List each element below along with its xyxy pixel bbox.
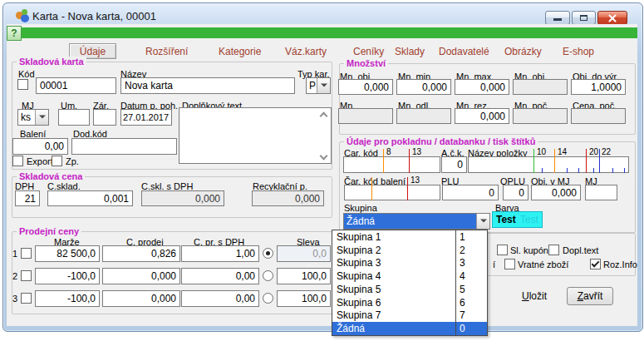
obj-do-vyr-field[interactable]: 1,0000 <box>571 79 626 95</box>
marze-field-3[interactable]: -100,0 <box>35 290 100 307</box>
mn-rez-field[interactable]: 0,000 <box>455 108 509 124</box>
skupina-combo[interactable]: Žádná <box>343 213 490 230</box>
doplnkovy-text-area[interactable] <box>179 107 332 164</box>
tab-udaje-label: Údaje <box>80 46 106 57</box>
dodkod-field[interactable] <box>71 138 177 155</box>
vratne-zbozi-checkbox[interactable] <box>504 259 515 269</box>
cprdph-field-1[interactable]: 1,00 <box>181 245 259 262</box>
zar-field[interactable] <box>93 109 116 126</box>
cprdph-field-3[interactable]: 0,00 <box>181 290 259 307</box>
dropdown-item[interactable]: Skupina 55 <box>332 283 487 296</box>
dropdown-item[interactable]: Skupina 77 <box>332 309 487 323</box>
dropdown-item-label: Skupina 6 <box>332 296 455 309</box>
cprodej-field-3[interactable]: 0,000 <box>102 290 180 307</box>
tab-ceniky[interactable]: Ceníky <box>353 46 384 57</box>
mj2-field[interactable] <box>585 185 617 200</box>
dropdown-item-label: Skupina 5 <box>332 283 455 296</box>
mn-field <box>338 108 393 124</box>
qplu-field[interactable]: 0 <box>503 185 528 200</box>
dph-field[interactable]: 21 <box>15 190 40 206</box>
marze-field-2[interactable]: -100,0 <box>35 268 100 284</box>
carkod-baleni-field[interactable] <box>344 185 440 200</box>
dropdown-item-selected[interactable]: Žádná0 <box>332 322 487 335</box>
minimize-button[interactable] <box>545 11 570 25</box>
mj-combo[interactable]: ks <box>17 109 49 126</box>
tab-dodavatele[interactable]: Dodavatelé <box>439 46 489 57</box>
skupina-value: Žádná <box>344 214 476 229</box>
dropdown-item[interactable]: Skupina 66 <box>332 296 487 309</box>
group-skladova-karta-caption: Skladová karta <box>17 57 86 67</box>
csklad-field[interactable]: 0,001 <box>47 190 133 206</box>
tab-vaz-karty[interactable]: Váz.karty <box>285 46 327 57</box>
nazev-tick22-label: 22 <box>602 148 611 156</box>
cprdph-field-2[interactable]: 0,00 <box>181 268 259 284</box>
mn-odl-field <box>396 108 451 124</box>
roz-info-checkbox[interactable] <box>590 259 601 269</box>
save-button[interactable]: Uložit <box>515 289 553 303</box>
barva-preview[interactable]: Test Test <box>492 211 543 228</box>
price-row2-radio[interactable] <box>263 270 273 281</box>
dropdown-item-value: 3 <box>455 257 487 270</box>
tab-sklady[interactable]: Sklady <box>395 46 425 57</box>
mn-poc-field <box>513 108 568 124</box>
sleva-field-3[interactable]: 100,0 <box>277 290 331 307</box>
marze-field-1[interactable]: 82 500,0 <box>35 245 100 262</box>
skupina-dropdown-list: Skupina 11 Skupina 22 Skupina 33 Skupina… <box>332 230 488 336</box>
cprodej-field-2[interactable]: 0,000 <box>102 268 180 284</box>
mn-max-field[interactable]: 0,000 <box>455 79 509 95</box>
obj-v-mj-field[interactable]: 0,000 <box>531 185 581 200</box>
dropdown-item[interactable]: Skupina 33 <box>332 257 487 270</box>
export-checkbox[interactable] <box>12 156 23 166</box>
tab-eshop[interactable]: E-shop <box>563 46 594 57</box>
carkod-tick8-label: 8 <box>386 148 391 156</box>
help-button[interactable]: ? <box>7 26 22 41</box>
typ-kar-combo[interactable]: P <box>306 77 331 94</box>
plu-field[interactable]: 0 <box>442 185 499 200</box>
typ-kar-dropdown-arrow-icon[interactable] <box>317 78 330 93</box>
price-row2-checkbox[interactable] <box>21 270 32 281</box>
zp-checkbox[interactable] <box>52 156 62 166</box>
close-button[interactable] <box>597 11 627 25</box>
price-row1-checkbox[interactable] <box>21 248 32 259</box>
price-row3-checkbox[interactable] <box>21 293 32 304</box>
ack-field[interactable]: 0 <box>441 156 467 173</box>
carkod-field[interactable] <box>343 156 440 173</box>
dropdown-item[interactable]: Skupina 44 <box>332 269 487 283</box>
baleni-field[interactable]: 0,00 <box>12 138 68 155</box>
nazev-tick10-label: 10 <box>537 148 546 156</box>
maximize-button[interactable] <box>572 11 596 25</box>
nazev-polozky-field[interactable] <box>468 156 629 173</box>
dropdown-item[interactable]: Skupina 22 <box>332 244 487 257</box>
recyklacni-field: 0,000 <box>252 190 324 206</box>
tab-obrazky[interactable]: Obrázky <box>504 46 542 57</box>
price-row3-radio[interactable] <box>263 293 273 304</box>
skupina-dropdown-arrow-icon[interactable] <box>476 214 489 229</box>
close-form-button[interactable]: Zavřít <box>567 287 613 305</box>
mn-obj-field[interactable]: 0,000 <box>338 79 393 95</box>
dopl-text-checkbox[interactable] <box>548 245 559 255</box>
ruler-tick-orange <box>371 177 372 200</box>
tab-rozsireni[interactable]: Rozšíření <box>145 46 188 57</box>
tab-kategorie[interactable]: Kategorie <box>219 46 261 57</box>
ruler-tick-orange <box>554 149 555 173</box>
nazev-field[interactable]: Nova karta <box>120 77 295 94</box>
cprodej-field-1[interactable]: 0,826 <box>102 245 180 262</box>
datum-field[interactable]: 27.01.2017 <box>120 109 172 126</box>
carkod-baleni-tick13-label: 13 <box>410 176 420 185</box>
dropdown-item-value: 2 <box>455 244 487 257</box>
kod-field[interactable]: 00001 <box>36 77 116 94</box>
price-row1-radio[interactable] <box>263 248 273 259</box>
mn-min-field[interactable]: 0,000 <box>396 79 451 95</box>
sleva-field-2[interactable]: 100,0 <box>277 268 331 284</box>
kod-label: Kód <box>18 69 35 79</box>
dropdown-item-label: Skupina 3 <box>332 257 455 270</box>
sl-kupon-label: Sl. kupón <box>510 245 548 255</box>
mj-dropdown-arrow-icon[interactable] <box>35 110 48 125</box>
roz-info-label: Roz.Info <box>603 260 637 269</box>
sl-kupon-checkbox[interactable] <box>497 245 508 255</box>
nazev-tick14-label: 14 <box>558 148 567 156</box>
um-field[interactable] <box>58 109 90 126</box>
kod-checkbox[interactable] <box>17 79 28 90</box>
group-mnozstvi-caption: Množství <box>344 58 388 68</box>
dropdown-item[interactable]: Skupina 11 <box>332 230 487 244</box>
